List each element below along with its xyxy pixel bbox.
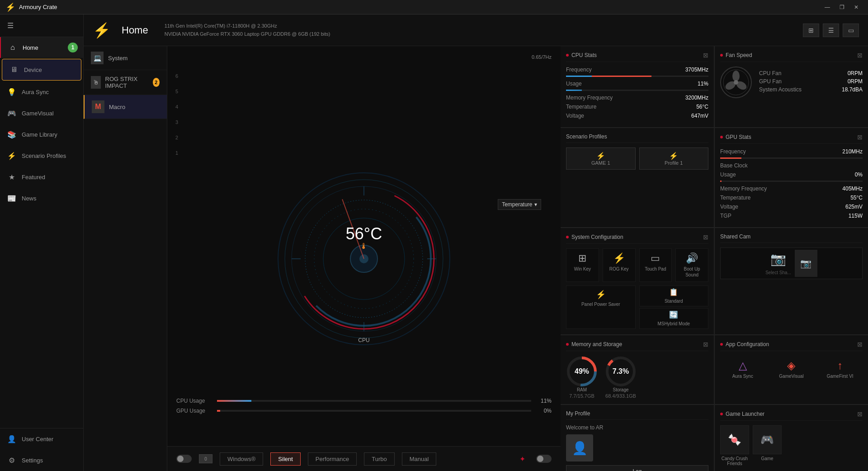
device-label: ROG STRIX IMPACT (105, 76, 148, 89)
cam-preview: 📷 Select Sha... 📷 (720, 247, 863, 279)
device-label: Macro (109, 104, 125, 110)
toggle-right[interactable] (536, 455, 552, 463)
login-button[interactable]: Log (566, 465, 708, 471)
sidebar-item-settings[interactable]: ⚙ Settings (0, 450, 83, 471)
win-key-icon: ⊞ (578, 252, 586, 264)
sidebar-item-user-center[interactable]: 👤 User Center (0, 428, 83, 450)
list-view-button[interactable]: ☰ (823, 24, 839, 37)
toggle-left[interactable] (176, 455, 192, 463)
memory-storage-label: Memory and Storage (571, 341, 622, 347)
sidebar-bottom: 👤 User Center ⚙ Settings (0, 428, 83, 471)
app-config-gamefirst[interactable]: ↑ GameFirst VI (817, 356, 863, 382)
sidebar-item-label: Featured (22, 174, 45, 181)
game-item-2[interactable]: 🎮 Game (753, 425, 782, 466)
app-config-title: App Configuration ⊠ (720, 341, 863, 351)
storage-section: 7.3% Storage 68.4/933.1GB (605, 356, 637, 399)
cpu-temp-row: Temperature 56°C (566, 104, 708, 110)
config-win-key[interactable]: ⊞ Win Key (566, 248, 599, 282)
config-touch-pad[interactable]: ▭ Touch Pad (639, 248, 672, 282)
gpu-usage-stat-row: Usage 0% (720, 171, 863, 178)
memory-storage-panel: Memory and Storage ⊠ (561, 335, 714, 404)
config-panel-power[interactable]: ⚡ Panel Power Saver (566, 285, 636, 329)
perf-bar: 0.65/7Hz (532, 54, 552, 60)
game-launcher-close[interactable]: ⊠ (857, 410, 863, 418)
usercenter-icon: 👤 (7, 435, 16, 443)
game-grid: 🍬 Candy Crush Friends 🎮 Game (720, 425, 863, 466)
cpu-freq-label: Frequency (566, 67, 592, 73)
config-standard[interactable]: 📋 Standard (639, 285, 709, 306)
cpu-stats-close[interactable]: ⊠ (703, 52, 708, 59)
sidebar-item-featured[interactable]: ★ Featured (0, 167, 83, 188)
gpu-mem-freq-label: Memory Frequency (720, 186, 767, 192)
sidebar-item-gamevisual[interactable]: 🎮 GameVisual (0, 103, 83, 124)
app-container: ☰ ⌂ Home 1 🖥 Device 💡 Aura Sync 🎮 GameVi… (0, 14, 868, 471)
acoustics-stat: System Acoustics 18.7dBA (759, 86, 863, 93)
game-item-candy-crush[interactable]: 🍬 Candy Crush Friends (720, 425, 749, 466)
gpu-fan-label: GPU Fan (759, 78, 782, 85)
fan-circle (720, 67, 752, 98)
gpu-base-clock-row: Base Clock (720, 162, 863, 169)
profile-item-2[interactable]: ⚡ Profile 1 (639, 147, 709, 170)
gpu-freq-label: Frequency (720, 148, 746, 155)
fan-mode-turbo[interactable]: Turbo (364, 452, 394, 466)
close-button[interactable]: ✕ (850, 2, 863, 12)
config-mshybrid[interactable]: 🔄 MSHybrid Mode (639, 308, 709, 329)
sidebar-item-label: Settings (22, 457, 43, 464)
app-logo: ⚡ Armoury Crate (5, 2, 57, 12)
display-toggle[interactable]: 0 (199, 454, 212, 463)
gpu-tgp-value: 115W (849, 213, 863, 219)
fan-mode-performance[interactable]: Performance (308, 452, 357, 466)
header-right: ⊞ ☰ ▭ (803, 24, 859, 37)
window-controls: — ❐ ✕ (821, 2, 863, 12)
config-rog-key[interactable]: ⚡ ROG Key (603, 248, 636, 282)
sidebar-item-home[interactable]: ⌂ Home 1 (0, 37, 83, 58)
touch-pad-icon: ▭ (651, 252, 660, 264)
fan-speed-close[interactable]: ⊠ (857, 52, 863, 59)
fan-mode-manual[interactable]: Manual (402, 452, 437, 466)
aura-icon: 💡 (7, 88, 16, 96)
sidebar-item-device[interactable]: 🖥 Device (2, 59, 81, 81)
gpu-freq-bar (720, 157, 863, 159)
app-config-grid: △ Aura Sync ◈ GameVisual ↑ GameFirst VI (720, 356, 863, 382)
sidebar-item-label: Device (24, 67, 42, 73)
right-panels: CPU Stats ⊠ Frequency 3705MHz Usage 11% (561, 46, 868, 471)
app-config-close[interactable]: ⊠ (857, 341, 863, 348)
app-config-gamevisual[interactable]: ◈ GameVisual (769, 356, 814, 382)
gpu-stats-close[interactable]: ⊠ (857, 133, 863, 141)
cpu-freq-bar (566, 76, 708, 77)
fan-mode-windows[interactable]: Windows® (220, 452, 263, 466)
device-macro[interactable]: M Macro (84, 95, 167, 119)
gamevisual-icon: 🎮 (7, 109, 16, 118)
scenario-icon: ⚡ (7, 152, 16, 160)
system-config-label: System Configuration (571, 234, 623, 240)
cpu-visual-area: 654321 0.65/7Hz (167, 46, 561, 471)
memory-storage-close[interactable]: ⊠ (703, 341, 708, 348)
minimize-button[interactable]: — (821, 2, 834, 12)
compact-view-button[interactable]: ▭ (843, 24, 859, 37)
ram-center: 49% (575, 367, 589, 376)
hamburger-icon[interactable]: ☰ (7, 21, 14, 30)
fan-mode-silent[interactable]: Silent (270, 452, 301, 466)
device-rog-strix[interactable]: 🖱 ROG STRIX IMPACT 2 (84, 70, 167, 95)
sidebar: ☰ ⌂ Home 1 🖥 Device 💡 Aura Sync 🎮 GameVi… (0, 14, 84, 471)
cpu-usage-pct: 11% (536, 398, 552, 404)
sidebar-item-news[interactable]: 📰 News (0, 188, 83, 209)
sidebar-item-aura-sync[interactable]: 💡 Aura Sync (0, 81, 83, 103)
restore-button[interactable]: ❐ (835, 2, 848, 12)
app-config-aura[interactable]: △ Aura Sync (720, 356, 765, 382)
config-boot-sound[interactable]: 🔊 Boot Up Sound (675, 248, 708, 282)
system-config-close[interactable]: ⊠ (703, 233, 708, 241)
macro-icon: M (92, 100, 104, 113)
profile-item-1[interactable]: ⚡ GAME 1 (566, 147, 636, 170)
storage-used: 68.4/933.1GB (605, 393, 637, 399)
profile2-label: Profile 1 (643, 160, 705, 166)
sidebar-item-game-library[interactable]: 📚 Game Library (0, 124, 83, 145)
temp-selector[interactable]: Temperature ▾ (498, 199, 541, 210)
gauge-svg (274, 168, 454, 349)
grid-view-button[interactable]: ⊞ (803, 24, 819, 37)
config-grid-bottom: ⚡ Panel Power Saver 📋 Standard 🔄 MSHybri… (566, 285, 708, 329)
gpu-tgp-label: TGP (720, 213, 731, 219)
device-system[interactable]: 💻 System (84, 46, 167, 70)
shared-cam-panel: Shared Cam 📷 Select Sha... 📷 (715, 228, 868, 334)
sidebar-item-scenario-profiles[interactable]: ⚡ Scenario Profiles (0, 145, 83, 167)
